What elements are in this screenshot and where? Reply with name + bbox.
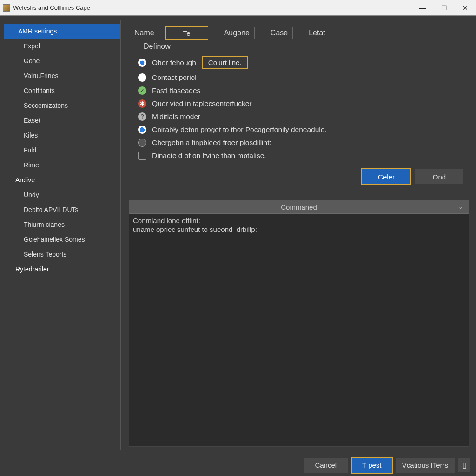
blue-dot-icon[interactable]	[138, 126, 146, 134]
option-row[interactable]: ? Miditlals moder	[134, 112, 463, 121]
sidebar-item-label: Rime	[24, 161, 39, 169]
sidebar-item-arclive[interactable]: Arclive	[4, 172, 120, 187]
button-label: Vcatious ITerrs	[402, 461, 448, 469]
command-line: Conmland lone offlint:	[133, 217, 200, 225]
radio-empty-icon[interactable]	[138, 73, 146, 82]
sidebar-item-label: Rytedrariler	[15, 265, 49, 273]
sidebar-item-rime[interactable]: Rime	[4, 158, 120, 172]
sidebar-item-easet[interactable]: Easet	[4, 113, 120, 128]
option-row[interactable]: ✱ Quer vied in taplecsenterfucker	[134, 99, 463, 108]
sidebar-item-label: Easet	[24, 117, 40, 124]
sidebar-item-gciehainellex[interactable]: Gciehainellex Somes	[4, 232, 120, 247]
option-row[interactable]: Chergebn a finpbleed froer plosdillint:	[134, 139, 463, 147]
sidebar-item-label: Gciehainellex Somes	[24, 236, 85, 243]
sidebar-item-rytedrariler[interactable]: Rytedrariler	[4, 262, 120, 277]
window-title: Wefeshs and Colllinies Cape	[13, 4, 90, 11]
sidebar-item-fuld[interactable]: Fuld	[4, 143, 120, 158]
maximize-button[interactable]: ☐	[433, 0, 455, 16]
button-label: Cancel	[315, 461, 337, 469]
sidebar-item-label: Expel	[24, 42, 40, 50]
apply-button[interactable]: T pest	[352, 458, 392, 473]
name-label: Name	[134, 29, 154, 37]
sidebar: AMR settings Expel Gone Valru.Frines Con…	[4, 20, 121, 450]
sidebar-item-label: Gone	[24, 57, 40, 65]
close-button[interactable]: ✕	[455, 0, 476, 16]
radio-selected-icon[interactable]	[138, 59, 146, 67]
window-controls: — ☐ ✕	[412, 0, 476, 16]
command-panel: Commaned ⌄ Conmland lone offlint: uname …	[126, 197, 472, 450]
option-label: Dinacte d of on ltvine than motalise.	[152, 152, 266, 160]
sidebar-item-label: Fuld	[24, 146, 36, 154]
sidebar-item-selens[interactable]: Selens Teports	[4, 247, 120, 262]
ond-button[interactable]: Ond	[415, 169, 463, 184]
sidebar-item-label: Valru.Frines	[24, 72, 58, 79]
subheader: Definow	[144, 42, 463, 51]
option-label: Miditlals moder	[152, 112, 200, 121]
option-label: Cnirabły deton proget to thor Pocagerfon…	[152, 126, 327, 134]
titlebar: Wefeshs and Colllinies Cape — ☐ ✕	[0, 0, 476, 16]
sidebar-item-conffitants[interactable]: Conffitants	[4, 83, 120, 98]
checkbox-icon[interactable]	[138, 152, 146, 160]
sidebar-item-label: Undy	[24, 191, 39, 198]
overflow-button[interactable]: ▯	[458, 458, 470, 472]
sidebar-item-label: Conffitants	[24, 87, 55, 94]
sidebar-item-thiurm[interactable]: Thiurm cianes	[4, 217, 120, 232]
celer-button[interactable]: Celer	[362, 169, 410, 184]
sidebar-item-amr-settings[interactable]: AMR settings	[4, 24, 120, 39]
sidebar-item-kiles[interactable]: Kiles	[4, 128, 120, 143]
sidebar-item-label: AMR settings	[18, 27, 57, 35]
option-label: Quer vied in taplecsenterfucker	[152, 99, 252, 108]
sidebar-item-valru[interactable]: Valru.Frines	[4, 68, 120, 83]
sidebar-item-gone[interactable]: Gone	[4, 53, 120, 68]
option-label: Chergebn a finpbleed froer plosdillint:	[152, 139, 271, 147]
sidebar-item-seccemizatons[interactable]: Seccemizatons	[4, 98, 120, 113]
command-dropdown[interactable]: Commaned ⌄	[129, 200, 469, 214]
minimize-button[interactable]: —	[412, 0, 433, 16]
app-icon	[3, 4, 10, 12]
cancel-button[interactable]: Cancel	[304, 458, 348, 473]
options-panel: Name Augone Case Letat Definow Oher feho…	[126, 20, 472, 192]
sidebar-item-label: Deblto APVII DUTs	[24, 206, 79, 213]
option-label: Oher fehough	[152, 59, 196, 67]
button-label: Celer	[378, 173, 395, 181]
command-dropdown-label: Commaned	[281, 203, 317, 211]
option-row[interactable]: Dinacte d of on ltvine than motalise.	[134, 152, 463, 160]
sidebar-item-label: Thiurm cianes	[24, 221, 65, 228]
option-row[interactable]: ✓ Fastl flaseades	[134, 86, 463, 95]
button-label: T pest	[362, 461, 381, 469]
sidebar-item-undy[interactable]: Undy	[4, 187, 120, 202]
option-row[interactable]: Oher fehough Colurt line.	[134, 56, 463, 69]
tab-case[interactable]: Case	[266, 27, 293, 39]
sidebar-item-label: Selens Teports	[24, 251, 66, 258]
option-label: Contact poriol	[152, 73, 197, 82]
dark-circle-icon	[138, 139, 146, 147]
sidebar-item-label: Arclive	[15, 176, 35, 184]
footer: Cancel T pest Vcatious ITerrs ▯	[0, 454, 476, 476]
sidebar-item-deblto[interactable]: Deblto APVII DUTs	[4, 202, 120, 217]
tab-augone[interactable]: Augone	[219, 27, 255, 39]
chevron-down-icon: ⌄	[458, 204, 463, 210]
command-line: uname opriec sunfeut to sueond_drbillp:	[133, 225, 257, 233]
green-check-icon: ✓	[138, 86, 146, 95]
name-input[interactable]	[165, 26, 208, 40]
sidebar-item-label: Kiles	[24, 132, 38, 139]
inline-highlight-box[interactable]: Colurt line.	[202, 56, 248, 69]
button-label: Ond	[433, 173, 446, 181]
panel-button-row: Celer Ond	[134, 169, 463, 184]
option-row[interactable]: Contact poriol	[134, 73, 463, 82]
sidebar-item-label: Seccemizatons	[24, 102, 68, 109]
vcatious-button[interactable]: Vcatious ITerrs	[396, 458, 455, 473]
tab-letat[interactable]: Letat	[304, 27, 330, 39]
option-row[interactable]: Cnirabły deton proget to thor Pocagerfon…	[134, 126, 463, 134]
command-output: Conmland lone offlint: uname opriec sunf…	[129, 214, 469, 447]
red-star-icon: ✱	[138, 99, 146, 108]
question-icon: ?	[138, 112, 146, 121]
option-label: Fastl flaseades	[152, 86, 200, 95]
sidebar-item-expel[interactable]: Expel	[4, 39, 120, 53]
panel-header-row: Name Augone Case Letat	[134, 26, 463, 40]
